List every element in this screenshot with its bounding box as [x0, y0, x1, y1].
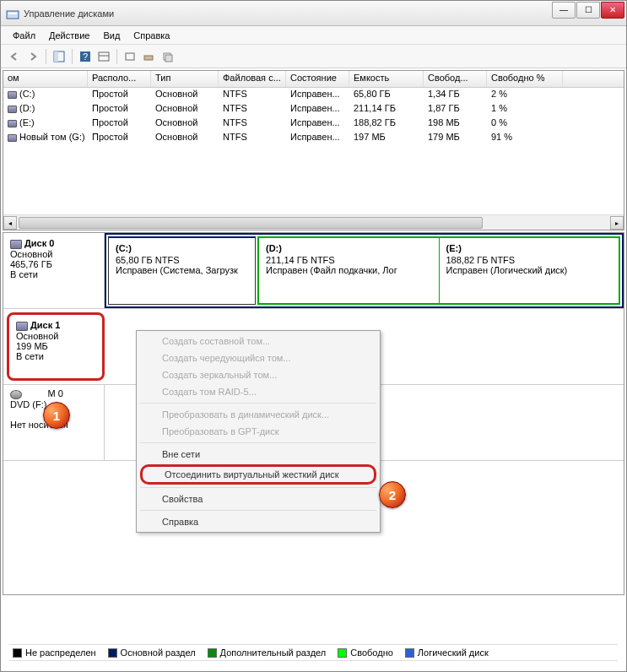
disk-0-info[interactable]: Диск 0 Основной 465,76 ГБ В сети [3, 233, 105, 308]
disk-context-menu: Создать составной том...Создать чередующ… [136, 330, 381, 533]
cell: NTFS [219, 117, 286, 131]
legend-item: Дополнительный раздел [208, 648, 327, 658]
menu-file[interactable]: Файл [6, 29, 42, 42]
table-row[interactable]: (D:)ПростойОсновнойNTFSИсправен...211,14… [3, 102, 624, 117]
tb-btn-6[interactable] [140, 48, 157, 65]
cell: 0 % [487, 117, 563, 131]
legend-item: Не распределен [13, 648, 96, 658]
volume-list-body[interactable]: (C:)ПростойОсновнойNTFSИсправен...65,80 … [3, 88, 624, 214]
disk-0-size: 465,76 ГБ [10, 259, 52, 269]
cell: Простой [88, 131, 151, 145]
cell: 211,14 ГБ [349, 102, 424, 117]
scroll-right-arrow[interactable]: ▸ [610, 216, 624, 230]
cell: 197 МБ [349, 131, 424, 145]
menu-item[interactable]: Отсоединить виртуальный жесткий диск [140, 464, 376, 485]
back-button[interactable] [6, 48, 23, 65]
cell: Основной [151, 88, 219, 102]
window-controls: — ☐ ✕ [551, 2, 624, 19]
volume-list-header: ом Располо... Тип Файловая с... Состояни… [3, 71, 624, 88]
tb-btn-4[interactable] [95, 48, 112, 65]
cell: 188,82 ГБ [349, 117, 424, 131]
volume-c[interactable]: (C:) 65,80 ГБ NTFS Исправен (Система, За… [108, 236, 256, 305]
legend-label: Основной раздел [121, 648, 196, 658]
table-row[interactable]: (C:)ПростойОсновнойNTFSИсправен...65,80 … [3, 88, 624, 102]
table-row[interactable]: Новый том (G:)ПростойОсновнойNTFSИсправе… [3, 131, 624, 145]
cell: Исправен... [286, 88, 349, 102]
menu-item: Создать чередующийся том... [138, 350, 378, 366]
cell: (D:) [3, 102, 88, 117]
svg-rect-8 [126, 53, 134, 60]
callout-2: 2 [379, 481, 406, 508]
menu-help[interactable]: Справка [127, 29, 176, 42]
scroll-thumb[interactable] [19, 217, 483, 229]
cell: NTFS [219, 131, 286, 145]
table-row[interactable]: (E:)ПростойОсновнойNTFSИсправен...188,82… [3, 117, 624, 131]
disk-1-info[interactable]: Диск 1 Основной 199 МБ В сети [7, 312, 105, 381]
cell: Исправен... [286, 131, 349, 145]
cell: (C:) [3, 88, 88, 102]
svg-rect-3 [54, 51, 58, 62]
cell: 1,34 ГБ [424, 88, 487, 102]
titlebar: Управление дисками — ☐ ✕ [1, 1, 626, 26]
menubar: Файл Действие Вид Справка [1, 26, 626, 45]
disk-1-status: В сети [16, 351, 44, 361]
horizontal-scrollbar[interactable]: ◂ ▸ [3, 214, 624, 230]
cell: Простой [88, 88, 151, 102]
col-status[interactable]: Состояние [286, 71, 349, 87]
cell: Основной [151, 117, 219, 131]
col-type[interactable]: Тип [151, 71, 219, 87]
svg-rect-9 [144, 56, 153, 60]
view-mode-button[interactable] [51, 48, 68, 65]
tb-btn-5[interactable] [122, 48, 138, 65]
col-freepct[interactable]: Свободно % [487, 71, 563, 87]
col-name[interactable]: ом [3, 71, 88, 87]
col-fs[interactable]: Файловая с... [219, 71, 286, 87]
menu-item: Преобразовать в динамический диск... [138, 406, 378, 423]
legend-swatch [108, 648, 117, 658]
legend-swatch [338, 648, 347, 658]
app-icon [6, 7, 19, 20]
col-free[interactable]: Свобод... [424, 71, 487, 87]
disk-0-name: Диск 0 [24, 238, 54, 248]
tb-btn-7[interactable] [159, 48, 176, 65]
menu-item[interactable]: Вне сети [138, 446, 378, 463]
disk-0-row: Диск 0 Основной 465,76 ГБ В сети (C:) 65… [3, 233, 624, 309]
menu-item[interactable]: Свойства [138, 490, 378, 507]
scroll-left-arrow[interactable]: ◂ [3, 216, 17, 230]
menu-item[interactable]: Справка [138, 513, 378, 530]
disk-0-status: В сети [10, 269, 38, 279]
menu-action[interactable]: Действие [42, 29, 96, 42]
menu-item: Преобразовать в GPT-диск [138, 423, 378, 440]
legend-label: Не распределен [25, 648, 96, 658]
cell: 1 % [487, 102, 563, 117]
svg-rect-1 [8, 13, 17, 14]
window-title: Управление дисками [24, 8, 551, 19]
legend-label: Свободно [350, 648, 393, 658]
col-capacity[interactable]: Емкость [349, 71, 424, 87]
col-layout[interactable]: Располо... [88, 71, 151, 87]
forward-button[interactable] [24, 48, 41, 65]
cell: 91 % [487, 131, 563, 145]
menu-separator [140, 442, 376, 443]
cell: Исправен... [286, 102, 349, 117]
legend-label: Логический диск [418, 648, 489, 658]
extended-partition: (D:) 211,14 ГБ NTFS Исправен (Файл подка… [257, 236, 620, 305]
help-button[interactable]: ? [77, 48, 94, 65]
svg-rect-6 [99, 52, 109, 61]
legend: Не распределенОсновной разделДополнитель… [9, 644, 618, 661]
hdd-icon [16, 322, 28, 331]
volume-e[interactable]: (E:) 188,82 ГБ NTFS Исправен (Логический… [440, 238, 619, 303]
legend-item: Логический диск [405, 648, 489, 658]
disk-1-type: Основной [16, 331, 58, 341]
maximize-button[interactable]: ☐ [576, 2, 600, 19]
volume-list: ом Располо... Тип Файловая с... Состояни… [3, 70, 624, 230]
cell: Исправен... [286, 117, 349, 131]
disk-management-window: Управление дисками — ☐ ✕ Файл Действие В… [0, 0, 627, 672]
legend-label: Дополнительный раздел [220, 648, 327, 658]
volume-d[interactable]: (D:) 211,14 ГБ NTFS Исправен (Файл подка… [259, 238, 440, 303]
hdd-icon [10, 240, 22, 249]
minimize-button[interactable]: — [552, 2, 576, 19]
close-button[interactable]: ✕ [601, 2, 624, 19]
menu-view[interactable]: Вид [96, 29, 127, 42]
dvd-name: M 0 [10, 388, 63, 398]
